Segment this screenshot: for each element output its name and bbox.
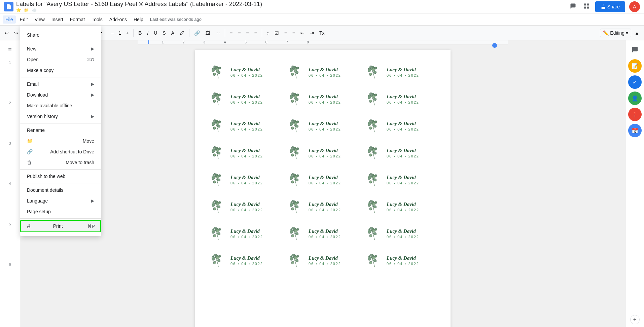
font-size-decrease[interactable]: −	[109, 29, 116, 37]
label-text-block: Lucy & David06 • 04 • 2022	[230, 202, 263, 212]
svg-point-74	[290, 257, 291, 258]
menu-new[interactable]: New ▶	[20, 43, 101, 54]
svg-point-15	[370, 66, 371, 67]
svg-point-49	[369, 174, 370, 176]
align-justify[interactable]: ≡	[252, 29, 259, 37]
svg-point-27	[214, 119, 215, 120]
print-label: Print	[53, 223, 63, 229]
svg-point-13	[369, 67, 370, 68]
menu-rename[interactable]: Rename	[20, 125, 101, 136]
comment-button[interactable]	[568, 1, 578, 12]
tasks-sidebar-btn[interactable]: ✓	[628, 75, 642, 89]
collapse-button[interactable]: ▲	[633, 29, 641, 37]
svg-point-7	[213, 67, 214, 68]
menu-move[interactable]: 📁 Move	[20, 136, 101, 146]
page-num-6: 6	[9, 261, 11, 301]
chat-sidebar-btn[interactable]	[628, 43, 642, 57]
menu-print[interactable]: 🖨 Print ⌘P	[20, 220, 101, 232]
align-center[interactable]: ≡	[236, 29, 243, 37]
add-sidebar-btn[interactable]: +	[630, 315, 640, 324]
menu-copy[interactable]: Make a copy	[20, 65, 101, 76]
leaf-decoration	[210, 63, 227, 81]
indent-increase[interactable]: ⇥	[308, 29, 316, 37]
strikethrough-button[interactable]: S	[160, 29, 168, 37]
leaf-decoration	[288, 198, 305, 215]
menu-insert[interactable]: Insert	[49, 15, 66, 24]
align-right[interactable]: ≡	[244, 29, 251, 37]
menu-version-history[interactable]: Version history ▶	[20, 111, 101, 122]
page-setup-label: Page setup	[27, 209, 51, 214]
menu-view[interactable]: View	[32, 15, 47, 24]
clear-format[interactable]: Tx	[317, 29, 327, 37]
italic-button[interactable]: I	[145, 29, 150, 37]
editing-mode-button[interactable]: ✏️ Editing ▾	[600, 29, 631, 37]
menu-doc-details[interactable]: Document details	[20, 185, 101, 195]
line-spacing[interactable]: ↕	[265, 29, 271, 37]
align-left[interactable]: ≡	[228, 29, 235, 37]
menu-language[interactable]: Language ▶	[20, 195, 101, 206]
menu-section-publish: Publish to the web	[20, 170, 101, 183]
text-color-button[interactable]: A	[169, 29, 176, 37]
label-text-block: Lucy & David06 • 04 • 2022	[309, 175, 341, 185]
label-date: 06 • 04 • 2022	[309, 154, 341, 158]
toolbar-sep-6	[225, 29, 225, 37]
menu-email[interactable]: Email ▶	[20, 79, 101, 89]
share-button[interactable]: Share	[595, 1, 625, 12]
label-cell: Lucy & David06 • 04 • 2022	[364, 141, 437, 164]
more-button[interactable]: ⋯	[213, 29, 222, 37]
checklist[interactable]: ☑	[273, 29, 281, 37]
link-button[interactable]: 🔗	[192, 29, 202, 37]
version-label: Version history	[27, 114, 58, 119]
menu-offline[interactable]: Make available offline	[20, 100, 101, 111]
label-cell: Lucy & David06 • 04 • 2022	[286, 249, 359, 272]
label-text-block: Lucy & David06 • 04 • 2022	[230, 67, 263, 77]
menu-format[interactable]: Format	[67, 15, 87, 24]
svg-rect-5	[587, 7, 589, 9]
toolbar-sep-3	[106, 29, 106, 37]
leaf-decoration	[366, 117, 383, 135]
image-button[interactable]: 🖼	[203, 29, 212, 37]
sidebar-outline-btn[interactable]: ≡	[3, 43, 17, 57]
leaf-decoration	[288, 252, 305, 269]
menu-page-setup[interactable]: Page setup	[20, 206, 101, 217]
menu-tools[interactable]: Tools	[89, 15, 105, 24]
label-date: 06 • 04 • 2022	[387, 235, 419, 239]
indent-decrease[interactable]: ⇤	[298, 29, 307, 37]
maps-sidebar-btn[interactable]: 📍	[628, 108, 642, 121]
drive-icon[interactable]: 📁	[24, 8, 29, 12]
underline-button[interactable]: U	[152, 29, 159, 37]
document-page: Lucy & David06 • 04 • 2022	[195, 50, 451, 327]
menu-shortcut[interactable]: 🔗 Add shortcut to Drive	[20, 146, 101, 157]
star-icon[interactable]: ⭐	[16, 8, 21, 12]
svg-point-54	[214, 200, 215, 201]
numbered-list[interactable]: ≡	[290, 29, 297, 37]
calendar-sidebar-btn[interactable]: 📅	[628, 124, 642, 137]
menu-publish[interactable]: Publish to the web	[20, 171, 101, 182]
svg-point-73	[291, 255, 292, 256]
notes-sidebar-btn[interactable]: 📝	[628, 59, 642, 73]
menu-edit[interactable]: Edit	[17, 15, 31, 24]
menu-trash[interactable]: 🗑 Move to trash	[20, 157, 101, 168]
menu-help[interactable]: Help	[131, 15, 146, 24]
svg-rect-2	[584, 4, 586, 6]
label-text-block: Lucy & David06 • 04 • 2022	[230, 148, 263, 158]
move-button[interactable]	[582, 1, 591, 12]
page-num-1: 1	[9, 59, 11, 100]
menu-open[interactable]: Open ⌘O	[20, 54, 101, 65]
bullet-list[interactable]: ≡	[282, 29, 289, 37]
redo-button[interactable]: ↪	[12, 29, 20, 37]
svg-point-50	[368, 176, 369, 177]
bold-button[interactable]: B	[136, 29, 144, 37]
svg-point-22	[369, 94, 370, 95]
menu-download[interactable]: Download ▶	[20, 89, 101, 100]
menu-file[interactable]: File	[3, 15, 16, 24]
menu-share[interactable]: Share	[20, 30, 101, 40]
highlight-button[interactable]: 🖊	[178, 29, 186, 37]
cloud-icon[interactable]: ☁️	[32, 8, 37, 12]
undo-button[interactable]: ↩	[3, 29, 11, 37]
svg-point-21	[292, 93, 293, 94]
contacts-sidebar-btn[interactable]: 👤	[628, 92, 642, 105]
svg-point-30	[292, 119, 293, 120]
menu-addons[interactable]: Add-ons	[107, 15, 130, 24]
font-size-increase[interactable]: +	[124, 29, 131, 37]
